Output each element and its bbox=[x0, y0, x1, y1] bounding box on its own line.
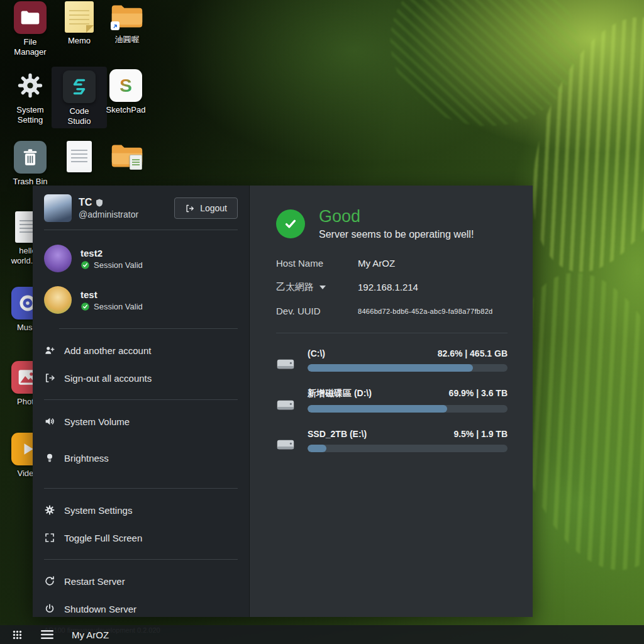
folder-shortcut-icon bbox=[109, 1, 145, 31]
disk-usage-bar bbox=[308, 405, 508, 413]
session-status: Session Valid bbox=[94, 302, 143, 311]
logout-icon bbox=[185, 204, 194, 213]
account-name: test bbox=[80, 289, 143, 300]
admin-shield-icon bbox=[96, 199, 103, 207]
icon-label: System Setting bbox=[8, 105, 52, 125]
desktop-icon-sketchpad[interactable]: S SketchPad bbox=[102, 69, 150, 115]
divider bbox=[44, 399, 238, 400]
divider bbox=[59, 328, 238, 329]
gear-icon bbox=[14, 69, 47, 102]
hdd-icon bbox=[276, 357, 295, 372]
shortcut-arrow-icon bbox=[111, 21, 119, 30]
account-avatar bbox=[44, 286, 72, 314]
brightness-label: Brightness bbox=[44, 452, 238, 464]
desktop-icon-system-setting[interactable]: System Setting bbox=[6, 69, 54, 125]
bulb-icon bbox=[44, 452, 55, 464]
chevron-down-icon bbox=[319, 286, 326, 289]
user-avatar[interactable] bbox=[44, 194, 72, 222]
menu-icon[interactable] bbox=[36, 625, 58, 644]
file-manager-icon bbox=[14, 1, 47, 34]
divider bbox=[44, 488, 238, 489]
disk-name: 新增磁碟區 (D:\) bbox=[308, 388, 372, 399]
taskbar: My ArOZ bbox=[0, 625, 644, 644]
trash-icon bbox=[14, 141, 47, 174]
account-row-test2[interactable]: test2 Session Valid bbox=[44, 245, 238, 272]
memo-icon bbox=[65, 1, 94, 33]
icon-label: Memo bbox=[68, 36, 91, 46]
person-plus-icon bbox=[44, 345, 55, 356]
hostname-value: My ArOZ bbox=[358, 258, 395, 269]
disk-usage: 9.5% | 1.9 TB bbox=[453, 429, 508, 439]
desktop-icon-document[interactable] bbox=[55, 141, 103, 175]
desktop-icon-code-studio[interactable]: Code Studio bbox=[52, 67, 107, 128]
disk-usage-bar bbox=[308, 364, 508, 372]
uuid-label: Dev. UUID bbox=[276, 306, 358, 316]
folder-doc-icon bbox=[109, 141, 145, 171]
system-panel: TC @administrator Logout test2 bbox=[33, 186, 533, 617]
logout-button[interactable]: Logout bbox=[174, 197, 238, 219]
restart-icon bbox=[44, 575, 55, 587]
sign-out-icon bbox=[44, 372, 55, 384]
disk-usage-fill bbox=[308, 405, 447, 413]
ip-address-value: 192.168.1.214 bbox=[358, 282, 418, 292]
code-studio-icon bbox=[63, 70, 96, 103]
icon-label: File Manager bbox=[8, 37, 52, 57]
server-status-header: Good Server seems to be operating well! bbox=[276, 207, 508, 240]
status-subtitle: Server seems to be operating well! bbox=[319, 229, 474, 240]
logout-label: Logout bbox=[200, 203, 227, 213]
desktop-icon-memo[interactable]: Memo bbox=[55, 1, 103, 46]
user-name: TC bbox=[79, 197, 92, 208]
network-row: 乙太網路 192.168.1.214 bbox=[276, 281, 508, 293]
document-icon bbox=[67, 141, 92, 172]
menu-label: System Settings bbox=[64, 505, 132, 516]
power-icon bbox=[44, 603, 55, 614]
add-account-item[interactable]: Add another account bbox=[44, 345, 238, 356]
account-avatar bbox=[44, 245, 72, 272]
disk-usage-fill bbox=[308, 445, 326, 452]
desktop-icon-folder-doc[interactable] bbox=[103, 141, 151, 174]
app-launcher-icon[interactable] bbox=[6, 625, 28, 644]
session-valid-icon bbox=[80, 302, 90, 311]
system-settings-item[interactable]: System Settings bbox=[44, 504, 238, 516]
hdd-icon bbox=[276, 437, 295, 452]
disk-usage: 69.9% | 3.6 TB bbox=[449, 388, 508, 398]
account-row-test[interactable]: test Session Valid bbox=[44, 286, 238, 314]
disk-usage-fill bbox=[308, 364, 473, 372]
uuid-row: Dev. UUID 8466bd72-bdb6-452a-abc9-fa98a7… bbox=[276, 306, 508, 316]
desktop-icon-file-manager[interactable]: File Manager bbox=[6, 1, 54, 57]
taskbar-title: My ArOZ bbox=[72, 630, 109, 640]
toggle-fullscreen-item[interactable]: Toggle Full Screen bbox=[44, 532, 238, 543]
gear-icon bbox=[44, 504, 55, 516]
signout-all-item[interactable]: Sign-out all accounts bbox=[44, 372, 238, 384]
user-handle: @administrator bbox=[79, 209, 138, 219]
menu-label: Add another account bbox=[64, 345, 151, 356]
menu-label: Brightness bbox=[64, 453, 109, 464]
desktop-icon-folder-shortcut[interactable]: 油圓喔 bbox=[103, 1, 151, 45]
restart-server-item[interactable]: Restart Server bbox=[44, 575, 238, 587]
hostname-label: Host Name bbox=[276, 258, 358, 269]
session-status: Session Valid bbox=[94, 260, 143, 270]
disk-usage: 82.6% | 465.1 GB bbox=[438, 348, 508, 358]
status-ok-icon bbox=[276, 209, 305, 238]
network-label: 乙太網路 bbox=[276, 281, 314, 293]
disk-row-e: SSD_2TB (E:\) 9.5% | 1.9 TB bbox=[276, 429, 508, 452]
menu-label: Restart Server bbox=[64, 576, 125, 587]
disk-row-d: 新增磁碟區 (D:\) 69.9% | 3.6 TB bbox=[276, 388, 508, 413]
desktop-icon-trash-bin[interactable]: Trash Bin bbox=[6, 141, 54, 187]
divider bbox=[44, 559, 238, 560]
menu-label: System Volume bbox=[64, 416, 130, 427]
network-dropdown[interactable]: 乙太網路 bbox=[276, 281, 358, 293]
disk-usage-bar bbox=[308, 445, 508, 452]
icon-label: 油圓喔 bbox=[115, 35, 140, 45]
shutdown-server-item[interactable]: Shutdown Server bbox=[44, 603, 238, 614]
uuid-value: 8466bd72-bdb6-452a-abc9-fa98a77fb82d bbox=[358, 308, 492, 315]
current-user-row: TC @administrator Logout bbox=[44, 194, 238, 222]
user-panel: TC @administrator Logout test2 bbox=[33, 186, 250, 617]
divider bbox=[44, 230, 238, 230]
sketchpad-icon: S bbox=[109, 69, 142, 102]
hostname-row: Host Name My ArOZ bbox=[276, 258, 508, 269]
menu-label: Toggle Full Screen bbox=[64, 533, 142, 543]
menu-label: Shutdown Server bbox=[64, 604, 136, 614]
hdd-icon bbox=[276, 397, 295, 413]
disk-name: (C:\) bbox=[308, 348, 325, 358]
